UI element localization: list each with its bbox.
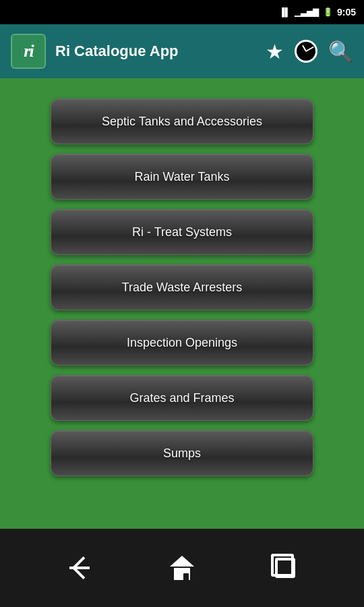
- menu-button-grates-frames-label: Grates and Frames: [129, 391, 234, 405]
- home-body: [174, 568, 190, 580]
- recents-button[interactable]: [262, 544, 309, 591]
- menu-button-rain-water-label: Rain Water Tanks: [134, 170, 229, 184]
- app-logo: ri: [11, 34, 46, 69]
- menu-button-trade-waste[interactable]: Trade Waste Arresters: [51, 264, 313, 310]
- menu-button-ri-treat-label: Ri - Treat Systems: [132, 225, 232, 239]
- main-content: Septic Tanks and Accessories Rain Water …: [0, 78, 364, 529]
- home-roof: [170, 556, 194, 567]
- menu-button-inspection-openings[interactable]: Inspection Openings: [51, 320, 313, 366]
- menu-button-trade-waste-label: Trade Waste Arresters: [122, 281, 243, 295]
- battery-icon: 🔋: [323, 7, 333, 17]
- app-bar: ri Ri Catalogue App ★ 🔍: [0, 24, 364, 78]
- history-clock-icon[interactable]: [295, 40, 317, 63]
- menu-button-inspection-openings-label: Inspection Openings: [127, 336, 237, 350]
- home-icon: [170, 556, 194, 580]
- app-title: Ri Catalogue App: [55, 42, 256, 60]
- favorites-star-icon[interactable]: ★: [266, 40, 284, 63]
- status-bar: ▐▌ ▁▃▅▇ 🔋 9:05: [0, 0, 364, 24]
- logo-text: ri: [24, 41, 32, 61]
- network-indicator: ▐▌: [279, 7, 291, 17]
- signal-bars: ▁▃▅▇: [295, 7, 319, 17]
- back-button[interactable]: [55, 544, 102, 591]
- recents-icon: [275, 558, 295, 578]
- home-button[interactable]: [158, 544, 206, 591]
- search-icon[interactable]: 🔍: [328, 40, 353, 63]
- menu-button-ri-treat[interactable]: Ri - Treat Systems: [51, 209, 313, 255]
- time-display: 9:05: [337, 7, 356, 18]
- menu-button-sumps[interactable]: Sumps: [51, 430, 313, 476]
- back-arrow-icon: [67, 556, 91, 580]
- home-door: [183, 573, 189, 580]
- menu-button-septic-tanks[interactable]: Septic Tanks and Accessories: [51, 98, 313, 144]
- clock-hand-minute: [306, 47, 314, 52]
- menu-button-grates-frames[interactable]: Grates and Frames: [51, 375, 313, 421]
- menu-button-rain-water[interactable]: Rain Water Tanks: [51, 154, 313, 200]
- menu-button-sumps-label: Sumps: [163, 446, 201, 461]
- app-bar-icons: ★ 🔍: [266, 40, 353, 63]
- nav-bar: [0, 529, 364, 607]
- menu-button-septic-tanks-label: Septic Tanks and Accessories: [102, 115, 262, 129]
